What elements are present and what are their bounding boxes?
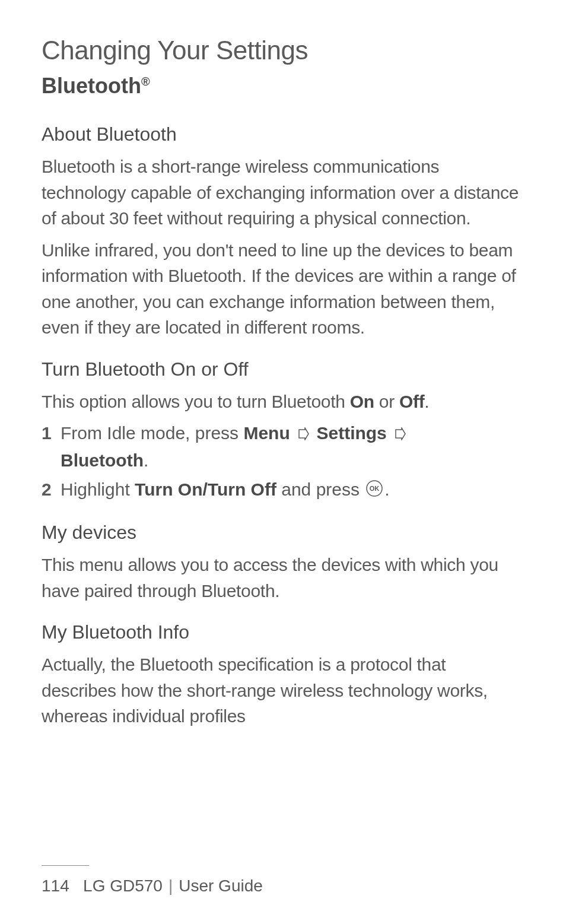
- intro-text-suffix: .: [424, 392, 429, 411]
- about-paragraph-2: Unlike infrared, you don't need to line …: [42, 237, 524, 341]
- step-number: 2: [42, 477, 52, 504]
- step2-action-bold: Turn On/Turn Off: [135, 480, 276, 499]
- arrow-right-icon: [297, 421, 310, 447]
- step2-text-1: Highlight: [61, 480, 135, 499]
- page-footer: 114 LG GD570|User Guide: [42, 865, 524, 896]
- section-title-text: Bluetooth: [42, 74, 141, 98]
- subsection-about-bluetooth: About Bluetooth: [42, 123, 524, 145]
- device-model: LG GD570: [83, 877, 163, 895]
- step2-period: .: [384, 480, 389, 499]
- step-number: 1: [42, 420, 52, 473]
- intro-on-bold: On: [350, 392, 374, 411]
- my-bt-info-paragraph: Actually, the Bluetooth specification is…: [42, 652, 524, 729]
- ok-button-icon: OK: [365, 478, 383, 504]
- intro-text-mid: or: [374, 392, 399, 411]
- page-number: 114: [42, 877, 69, 895]
- guide-label: User Guide: [179, 877, 263, 895]
- step-2: 2 Highlight Turn On/Turn Off and press O…: [42, 477, 524, 504]
- step1-period: .: [144, 450, 148, 470]
- step1-menu-bold: Menu: [243, 423, 290, 443]
- about-paragraph-1: Bluetooth is a short-range wireless comm…: [42, 154, 524, 231]
- registered-symbol: ®: [141, 75, 150, 88]
- subsection-my-bluetooth-info: My Bluetooth Info: [42, 621, 524, 643]
- intro-text-prefix: This option allows you to turn Bluetooth: [42, 392, 350, 411]
- step2-text-2: and press: [276, 480, 364, 499]
- section-heading-bluetooth: Bluetooth®: [42, 74, 524, 99]
- footer-divider-line: [42, 865, 89, 866]
- step-1-content: From Idle mode, press Menu Settings Blue…: [61, 420, 524, 473]
- subsection-my-devices: My devices: [42, 522, 524, 544]
- subsection-turn-bluetooth: Turn Bluetooth On or Off: [42, 358, 524, 380]
- footer-pipe: |: [168, 877, 173, 895]
- step1-bluetooth-bold: Bluetooth: [61, 450, 144, 470]
- step1-text-1: From Idle mode, press: [61, 423, 243, 443]
- footer-text: 114 LG GD570|User Guide: [42, 877, 524, 896]
- intro-off-bold: Off: [399, 392, 424, 411]
- step1-settings-bold: Settings: [316, 423, 386, 443]
- svg-text:OK: OK: [370, 485, 380, 492]
- my-devices-paragraph: This menu allows you to access the devic…: [42, 552, 524, 604]
- step-2-content: Highlight Turn On/Turn Off and press OK …: [61, 477, 524, 504]
- page-title: Changing Your Settings: [42, 36, 524, 65]
- step-1: 1 From Idle mode, press Menu Settings Bl…: [42, 420, 524, 473]
- arrow-right-icon: [393, 421, 406, 447]
- turn-bluetooth-intro: This option allows you to turn Bluetooth…: [42, 389, 524, 415]
